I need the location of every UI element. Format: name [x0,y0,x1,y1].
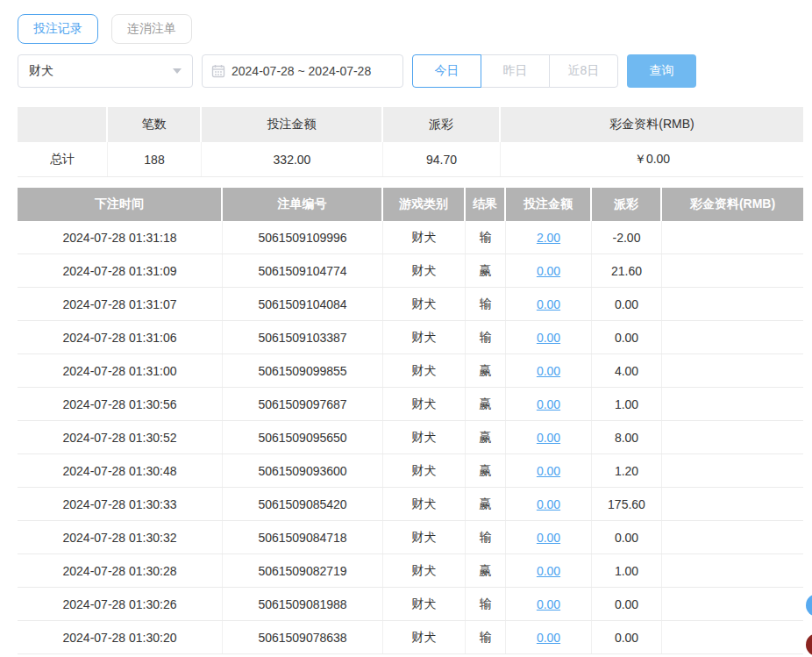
table-row: 2024-07-28 01:31:185061509109996财犬输2.00-… [18,221,803,254]
cell-result: 赢 [466,454,506,487]
cell-order-no: 5061509099855 [223,354,383,387]
cell-payout: 0.00 [592,288,662,320]
bet-amount-link[interactable]: 0.00 [537,597,560,611]
cell-bet-time: 2024-07-28 01:30:52 [18,421,223,453]
float-button-red[interactable] [806,633,812,656]
cell-order-no: 5061509095650 [223,421,383,453]
cell-game-type: 财犬 [383,454,466,487]
cell-bonus [662,621,803,653]
cell-game-type: 财犬 [383,621,466,653]
cell-result: 输 [466,588,506,620]
summary-total-bet-amount: 332.00 [202,142,383,176]
cell-game-type: 财犬 [383,588,466,620]
summary-total-bonus: ￥0.00 [501,142,803,176]
records-body: 2024-07-28 01:31:185061509109996财犬输2.00-… [18,221,803,654]
cell-bet-time: 2024-07-28 01:30:28 [18,554,223,587]
filter-bar: 财犬 2024-07-28 ~ 2024-07-28 今日 昨日 近8日 查询 [18,54,696,88]
tab-bar: 投注记录 连消注单 [18,14,192,44]
summary-total-count: 188 [108,142,202,176]
cell-result: 赢 [466,554,506,587]
cell-game-type: 财犬 [383,354,466,387]
cell-bet-amount: 0.00 [506,388,592,420]
date-range-input[interactable]: 2024-07-28 ~ 2024-07-28 [202,54,403,88]
cell-result: 输 [466,288,506,320]
summary-header-blank [18,107,108,142]
chevron-down-icon [173,68,182,74]
bet-amount-link[interactable]: 0.00 [537,631,560,645]
cell-result: 输 [466,621,506,653]
bet-amount-link[interactable]: 0.00 [537,464,560,478]
cell-game-type: 财犬 [383,554,466,587]
cell-bonus [662,388,803,420]
cell-bonus [662,454,803,487]
cell-bonus [662,588,803,620]
tab-cancelled-orders[interactable]: 连消注单 [111,14,192,44]
quick-last8days-button[interactable]: 近8日 [549,54,618,88]
col-header-result: 结果 [466,188,506,221]
cell-order-no: 5061509081988 [223,588,383,620]
tab-betting-records[interactable]: 投注记录 [18,14,98,44]
table-row: 2024-07-28 01:30:325061509084718财犬输0.000… [18,521,803,554]
cell-bet-time: 2024-07-28 01:31:06 [18,321,223,353]
cell-bet-time: 2024-07-28 01:31:07 [18,288,223,320]
col-header-bet-amount: 投注金额 [506,188,592,221]
cell-game-type: 财犬 [383,254,466,287]
bet-amount-link[interactable]: 0.00 [537,297,560,311]
cell-game-type: 财犬 [383,421,466,453]
cell-result: 赢 [466,254,506,287]
cell-order-no: 5061509093600 [223,454,383,487]
cell-result: 赢 [466,388,506,420]
table-row: 2024-07-28 01:31:095061509104774财犬赢0.002… [18,254,803,288]
bet-amount-link[interactable]: 0.00 [537,331,560,345]
bet-amount-link[interactable]: 0.00 [537,364,560,378]
cell-payout: 0.00 [592,621,662,653]
float-button-blue[interactable] [806,594,812,617]
quick-yesterday-button[interactable]: 昨日 [481,54,550,88]
cell-result: 赢 [466,421,506,453]
cell-order-no: 5061509084718 [223,521,383,553]
cell-bet-amount: 0.00 [506,288,592,320]
summary-header-payout: 派彩 [383,107,501,142]
summary-total-row: 总计 188 332.00 94.70 ￥0.00 [18,142,803,177]
table-row: 2024-07-28 01:30:205061509078638财犬输0.000… [18,621,803,654]
cell-game-type: 财犬 [383,288,466,320]
bet-amount-link[interactable]: 0.00 [537,564,560,578]
summary-header-count: 笔数 [108,107,202,142]
betting-records-page: 投注记录 连消注单 财犬 2024-07-28 ~ 2024-07-28 今日 … [0,0,812,657]
cell-result: 输 [466,521,506,553]
cell-bet-amount: 0.00 [506,421,592,453]
cell-bet-amount: 0.00 [506,254,592,287]
bet-amount-link[interactable]: 2.00 [537,231,560,245]
cell-order-no: 5061509085420 [223,488,383,520]
summary-total-payout: 94.70 [383,142,501,176]
quick-today-button[interactable]: 今日 [412,54,481,88]
cell-payout: 0.00 [592,588,662,620]
bet-amount-link[interactable]: 0.00 [537,497,560,511]
cell-bet-time: 2024-07-28 01:30:26 [18,588,223,620]
bet-amount-link[interactable]: 0.00 [537,264,560,278]
col-header-order-no: 注单编号 [223,188,383,221]
calendar-icon [211,64,225,78]
date-range-value: 2024-07-28 ~ 2024-07-28 [231,64,371,78]
cell-bonus [662,288,803,320]
game-select[interactable]: 财犬 [18,54,193,88]
table-row: 2024-07-28 01:31:005061509099855财犬赢0.004… [18,354,803,388]
cell-bet-amount: 0.00 [506,354,592,387]
cell-bonus [662,488,803,520]
summary-header-row: 笔数 投注金额 派彩 彩金资料(RMB) [18,107,803,142]
bet-amount-link[interactable]: 0.00 [537,397,560,411]
table-row: 2024-07-28 01:30:265061509081988财犬输0.000… [18,588,803,621]
bet-amount-link[interactable]: 0.00 [537,531,560,545]
cell-game-type: 财犬 [383,321,466,353]
table-row: 2024-07-28 01:31:075061509104084财犬输0.000… [18,288,803,321]
search-button[interactable]: 查询 [627,54,696,88]
cell-game-type: 财犬 [383,521,466,553]
cell-bonus [662,354,803,387]
cell-result: 输 [466,221,506,254]
bet-amount-link[interactable]: 0.00 [537,431,560,445]
cell-bet-amount: 0.00 [506,554,592,587]
cell-order-no: 5061509109996 [223,221,383,254]
cell-payout: 1.00 [592,554,662,587]
cell-payout: 1.00 [592,388,662,420]
cell-order-no: 5061509078638 [223,621,383,653]
